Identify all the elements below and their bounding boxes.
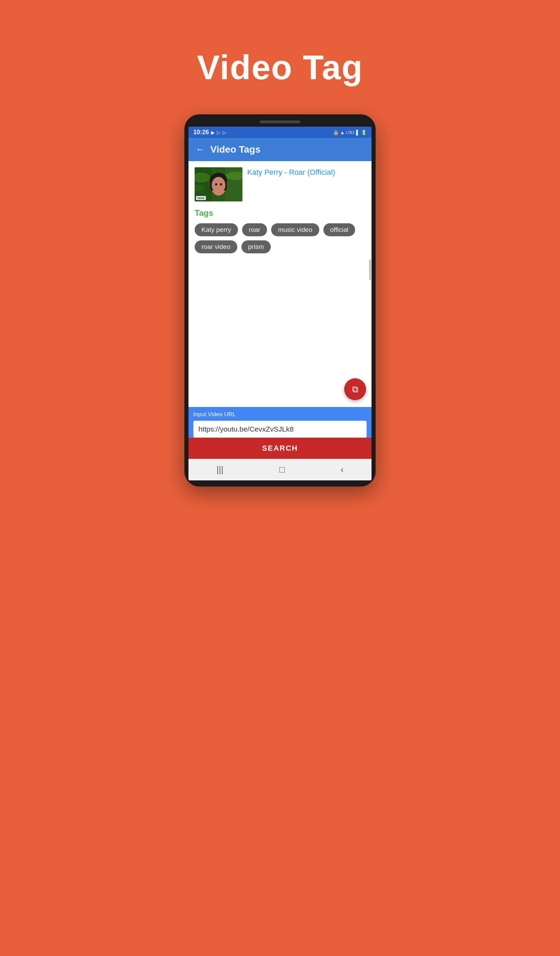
- video-thumbnail: vevo: [195, 167, 242, 201]
- scroll-indicator: [369, 259, 371, 280]
- tags-container: Katy perry roar music video official roa…: [195, 223, 365, 253]
- back-button[interactable]: ←: [195, 144, 205, 155]
- tag-chip-music-video[interactable]: music video: [271, 223, 319, 236]
- status-bar: 10:26 ▶ ▷ ▷ 🔒 ▲ LTE1 ▌ 🔋: [189, 127, 371, 138]
- signal-icon: ▌: [356, 130, 360, 135]
- vevo-badge: vevo: [196, 196, 206, 200]
- lock-icon: 🔒: [333, 130, 339, 135]
- wifi-icon: ▲: [340, 130, 345, 135]
- tag-chip-official[interactable]: official: [323, 223, 356, 236]
- menu-nav-icon[interactable]: |||: [217, 464, 223, 475]
- status-left: 10:26 ▶ ▷ ▷: [193, 129, 227, 136]
- svg-point-10: [212, 177, 225, 193]
- search-button[interactable]: SEARCH: [189, 438, 371, 459]
- nav-bar: ||| □ ‹: [189, 459, 371, 480]
- back-nav-icon[interactable]: ‹: [340, 464, 343, 475]
- video-title: Katy Perry - Roar (Official): [247, 167, 335, 201]
- app-bar: ← Video Tags: [189, 138, 371, 161]
- status-time: 10:26: [193, 129, 209, 136]
- lte-icon: LTE1: [346, 131, 355, 135]
- status-icons: 🔒 ▲ LTE1 ▌ 🔋: [333, 130, 367, 135]
- phone-shell: 10:26 ▶ ▷ ▷ 🔒 ▲ LTE1 ▌ 🔋 ← Video Tags: [184, 115, 376, 486]
- url-section: Input Video URL: [189, 407, 371, 438]
- video-card: vevo Katy Perry - Roar (Official): [195, 167, 365, 201]
- youtube-icon: ▶: [211, 130, 215, 135]
- tag-chip-prism[interactable]: prism: [241, 241, 271, 253]
- svg-point-12: [220, 183, 222, 186]
- tag-chip-roar[interactable]: roar: [242, 223, 267, 236]
- tag-chip-roar-video[interactable]: roar video: [195, 241, 238, 253]
- app-bar-title: Video Tags: [210, 144, 261, 155]
- tags-label: Tags: [195, 208, 365, 218]
- url-label: Input Video URL: [193, 411, 367, 418]
- home-nav-icon[interactable]: □: [279, 464, 285, 475]
- url-input[interactable]: [193, 421, 367, 438]
- content-area: vevo Katy Perry - Roar (Official) Tags K…: [189, 161, 371, 407]
- play2-icon: ▷: [223, 130, 227, 135]
- play-icon: ▷: [217, 130, 220, 135]
- page-title: Video Tag: [197, 48, 363, 87]
- battery-icon: 🔋: [361, 130, 367, 135]
- svg-point-11: [215, 183, 217, 186]
- copy-fab[interactable]: ⧉: [344, 378, 366, 400]
- tag-chip-katy-perry[interactable]: Katy perry: [195, 223, 238, 236]
- copy-icon: ⧉: [352, 384, 359, 395]
- phone-notch: [260, 121, 300, 123]
